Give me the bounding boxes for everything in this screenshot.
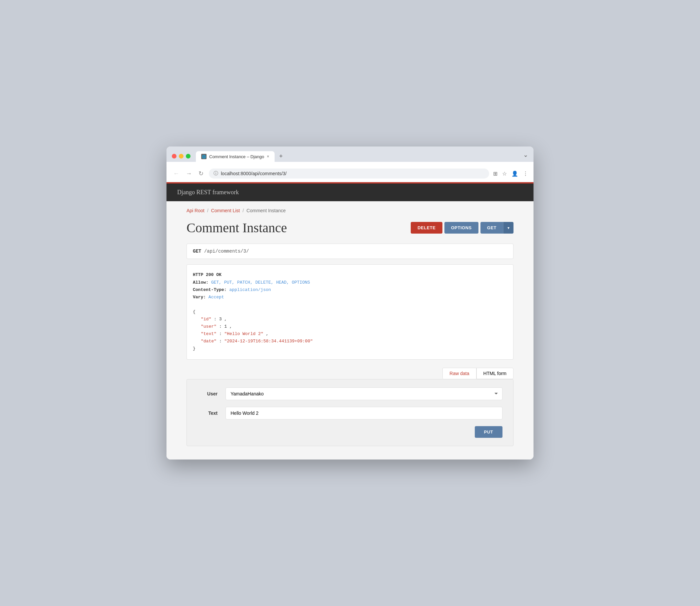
traffic-light-red[interactable]	[172, 154, 177, 159]
breadcrumb-api-root[interactable]: Api Root	[187, 208, 205, 213]
browser-menu-chevron[interactable]: ⌄	[523, 151, 528, 159]
tab-html-form[interactable]: HTML form	[476, 368, 513, 379]
json-close: }	[193, 345, 507, 352]
response-allow-line: Allow: GET, PUT, PATCH, DELETE, HEAD, OP…	[193, 279, 507, 286]
endpoint-box: GET /api/comments/3/	[187, 243, 513, 259]
translate-icon[interactable]: ⊞	[493, 170, 497, 177]
tab-bar: 🌐 Comment Instance – Django × +	[196, 150, 520, 162]
bookmark-icon[interactable]: ☆	[502, 170, 507, 177]
user-label: User	[197, 391, 217, 396]
json-text-val: "Hello World 2"	[224, 331, 263, 336]
user-form-row: User YamadaHanako	[197, 388, 503, 400]
json-id-key: "id"	[201, 317, 211, 322]
json-date-key: "date"	[201, 339, 216, 344]
tab-close-button[interactable]: ×	[267, 154, 269, 159]
response-content-type-line: Content-Type: application/json	[193, 286, 507, 294]
browser-chrome: 🌐 Comment Instance – Django × + ⌄	[166, 146, 534, 162]
vary-val: Accept	[209, 295, 224, 300]
breadcrumb-sep-1: /	[207, 208, 209, 213]
forward-button[interactable]: →	[185, 169, 193, 179]
breadcrumb-current: Comment Instance	[247, 208, 286, 213]
vary-key: Vary:	[193, 295, 206, 300]
security-icon: ⓘ	[213, 170, 218, 177]
form-tabs: Raw data HTML form	[187, 368, 513, 379]
breadcrumb-sep-2: /	[242, 208, 244, 213]
json-id-val: 3	[219, 317, 222, 322]
traffic-lights	[172, 154, 190, 159]
options-button[interactable]: OPTIONS	[444, 222, 479, 234]
framework-title: Django REST framework	[177, 189, 239, 195]
traffic-light-green[interactable]	[186, 154, 190, 159]
url-text: localhost:8000/api/comments/3/	[221, 171, 287, 176]
tab-raw-data[interactable]: Raw data	[442, 368, 476, 379]
endpoint-method: GET	[193, 249, 201, 254]
text-label: Text	[197, 411, 217, 416]
text-input[interactable]	[226, 407, 503, 419]
content-type-key: Content-Type:	[193, 287, 227, 292]
form-submit-row: PUT	[197, 426, 503, 438]
traffic-light-yellow[interactable]	[179, 154, 184, 159]
response-vary-line: Vary: Accept	[193, 294, 507, 301]
json-open: {	[193, 308, 507, 316]
get-button-group: GET ▾	[481, 222, 513, 234]
form-section: User YamadaHanako Text PUT	[187, 379, 513, 446]
json-text-key: "text"	[201, 331, 216, 336]
reload-button[interactable]: ↻	[197, 168, 205, 179]
content-type-val: application/json	[229, 287, 271, 292]
json-date-line: "date" : "2024-12-19T16:58:34.441139+09:…	[193, 338, 507, 345]
page-header: Comment Instance DELETE OPTIONS GET ▾	[187, 220, 513, 236]
text-form-row: Text	[197, 407, 503, 419]
active-tab[interactable]: 🌐 Comment Instance – Django ×	[196, 151, 275, 162]
browser-right-controls: ⌄	[523, 151, 528, 161]
user-select[interactable]: YamadaHanako	[226, 388, 503, 400]
json-id-line: "id" : 3 ,	[193, 316, 507, 323]
header-buttons: DELETE OPTIONS GET ▾	[411, 222, 513, 234]
browser-window: 🌐 Comment Instance – Django × + ⌄ ← → ↻ …	[166, 146, 534, 459]
json-text-line: "text" : "Hello World 2" ,	[193, 330, 507, 338]
json-date-val: "2024-12-19T16:58:34.441139+09:00"	[224, 339, 312, 344]
address-right-icons: ⊞ ☆ 👤 ⋮	[493, 170, 528, 177]
tab-title: Comment Instance – Django	[209, 154, 264, 159]
allow-key: Allow:	[193, 280, 209, 285]
back-button[interactable]: ←	[172, 169, 181, 179]
address-box[interactable]: ⓘ localhost:8000/api/comments/3/	[209, 168, 489, 179]
json-user-key: "user"	[201, 324, 216, 329]
get-button[interactable]: GET	[481, 222, 503, 234]
json-user-line: "user" : 1 ,	[193, 323, 507, 330]
address-bar-row: ← → ↻ ⓘ localhost:8000/api/comments/3/ ⊞…	[166, 165, 534, 182]
endpoint-path: /api/comments/3/	[204, 249, 249, 254]
page-title: Comment Instance	[187, 220, 287, 236]
browser-controls: 🌐 Comment Instance – Django × + ⌄	[172, 150, 528, 162]
tab-favicon: 🌐	[201, 154, 207, 159]
get-dropdown-button[interactable]: ▾	[503, 222, 513, 234]
breadcrumb-comment-list[interactable]: Comment List	[211, 208, 240, 213]
menu-icon[interactable]: ⋮	[523, 170, 528, 177]
content-area: Api Root / Comment List / Comment Instan…	[166, 201, 534, 459]
response-box: HTTP 200 OK Allow: GET, PUT, PATCH, DELE…	[187, 264, 513, 359]
django-topbar: Django REST framework	[166, 182, 534, 201]
breadcrumb: Api Root / Comment List / Comment Instan…	[187, 201, 513, 220]
account-icon[interactable]: 👤	[512, 170, 518, 177]
response-status-line: HTTP 200 OK	[193, 271, 507, 279]
response-status: HTTP 200 OK	[193, 272, 221, 277]
delete-button[interactable]: DELETE	[411, 222, 442, 234]
json-user-val: 1	[224, 324, 227, 329]
new-tab-button[interactable]: +	[275, 150, 287, 162]
put-button[interactable]: PUT	[475, 426, 503, 438]
allow-val: GET, PUT, PATCH, DELETE, HEAD, OPTIONS	[211, 280, 310, 285]
